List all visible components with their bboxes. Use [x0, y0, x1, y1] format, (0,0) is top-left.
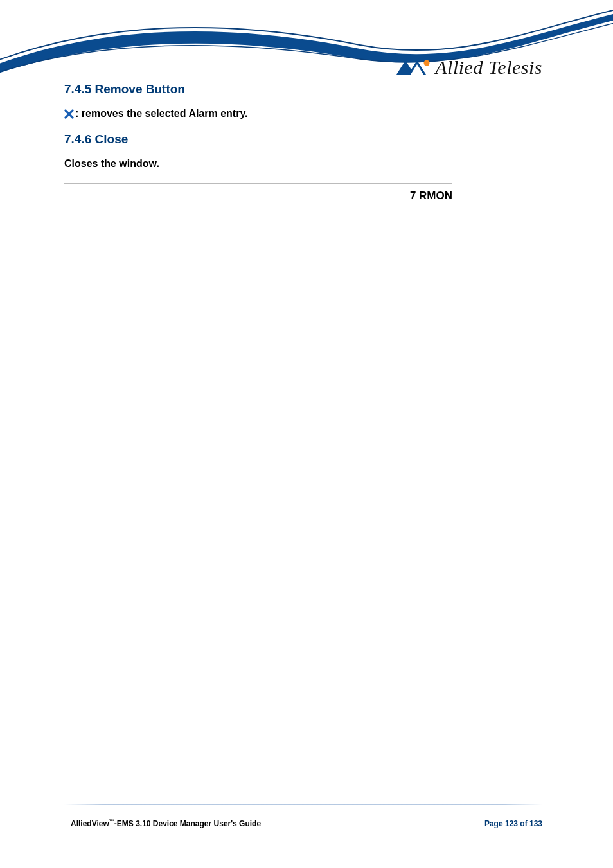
- svg-point-3: [424, 60, 430, 66]
- page: Allied Telesis 7.4.5 Remove Button : rem…: [0, 0, 613, 868]
- remove-x-icon: [64, 109, 74, 119]
- remove-button-description: : removes the selected Alarm entry.: [64, 107, 542, 121]
- heading-7-4-5: 7.4.5 Remove Button: [64, 82, 542, 96]
- heading-7-4-6: 7.4.6 Close: [64, 132, 542, 146]
- content-area: 7.4.5 Remove Button : removes the select…: [64, 82, 542, 202]
- brand-name: Allied Telesis: [435, 57, 542, 78]
- brand-logo: Allied Telesis: [395, 57, 542, 78]
- section-divider: [64, 183, 452, 184]
- footer-divider: [64, 804, 542, 805]
- footer-page-number: Page 123 of 133: [484, 819, 542, 828]
- footer-tm: ™: [109, 819, 114, 824]
- close-description: Closes the window.: [64, 157, 542, 171]
- footer-product-prefix: AlliedView: [71, 819, 109, 828]
- page-footer: AlliedView™-EMS 3.10 Device Manager User…: [71, 819, 542, 828]
- footer-product-suffix: -EMS 3.10 Device Manager User's Guide: [114, 819, 261, 828]
- header-banner: Allied Telesis: [0, 0, 613, 90]
- footer-product-title: AlliedView™-EMS 3.10 Device Manager User…: [71, 819, 261, 828]
- remove-button-text: : removes the selected Alarm entry.: [75, 107, 248, 121]
- brand-mark-icon: [395, 59, 430, 76]
- chapter-label: 7 RMON: [64, 190, 452, 202]
